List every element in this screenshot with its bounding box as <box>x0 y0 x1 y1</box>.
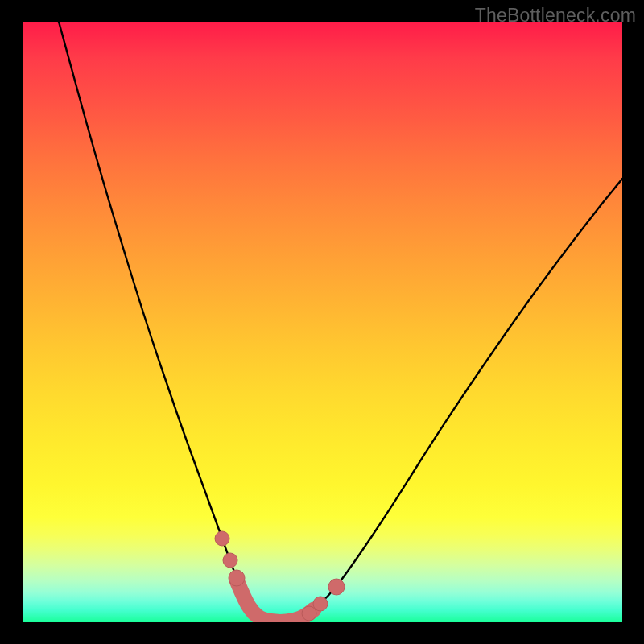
marker-dot <box>328 579 345 595</box>
marker-dot <box>302 606 316 621</box>
marker-dot <box>215 531 229 546</box>
marker-dot <box>229 570 245 586</box>
plot-area <box>23 22 622 622</box>
chart-overlay <box>23 22 622 622</box>
chart-frame: TheBottleneck.com <box>0 0 644 644</box>
marker-dot <box>313 597 328 611</box>
marker-dot <box>223 553 237 568</box>
highlight-dots <box>215 531 345 621</box>
bottleneck-curve <box>59 22 622 621</box>
watermark-text: TheBottleneck.com <box>475 5 636 27</box>
